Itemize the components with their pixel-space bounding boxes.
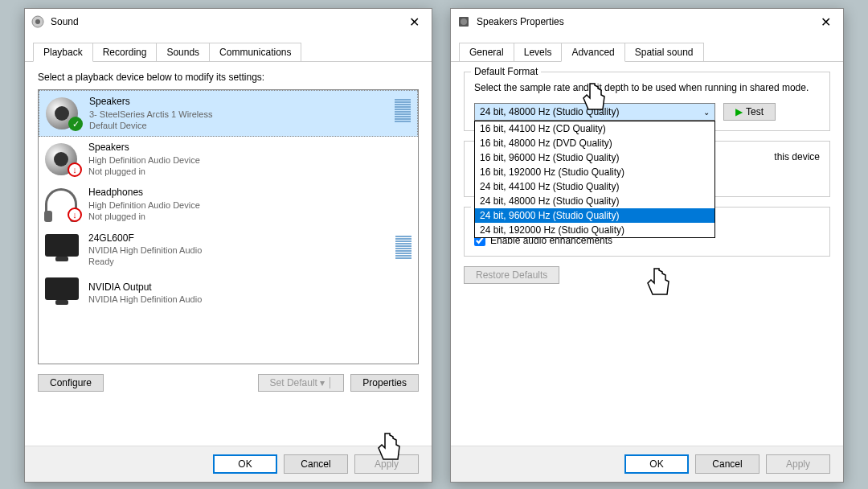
tab-advanced[interactable]: Advanced <box>561 43 624 62</box>
properties-titlebar: Speakers Properties ✕ <box>451 9 843 35</box>
sound-tabs: Playback Recording Sounds Communications <box>25 35 432 62</box>
chevron-down-icon: ▾ <box>320 377 325 388</box>
chevron-down-icon: ⌄ <box>703 108 710 117</box>
properties-title: Speakers Properties <box>477 16 814 27</box>
tab-communications[interactable]: Communications <box>209 43 301 61</box>
tab-playback[interactable]: Playback <box>33 43 93 62</box>
device-speakers-default[interactable]: ✓ Speakers 3- SteelSeries Arctis 1 Wirel… <box>39 90 418 137</box>
tab-recording[interactable]: Recording <box>92 43 158 61</box>
apply-button[interactable]: Apply <box>766 454 830 474</box>
sound-window: Sound ✕ Playback Recording Sounds Commun… <box>24 8 432 483</box>
default-format-group: Default Format Select the sample rate an… <box>464 72 830 131</box>
properties-button[interactable]: Properties <box>350 374 419 392</box>
device-headphones[interactable]: ↓ Headphones High Definition Audio Devic… <box>39 182 418 227</box>
format-option[interactable]: 16 bit, 96000 Hz (Studio Quality) <box>475 150 714 165</box>
tab-spatial-sound[interactable]: Spatial sound <box>624 43 704 61</box>
device-monitor[interactable]: 24GL600F NVIDIA High Definition Audio Re… <box>39 228 418 273</box>
format-option[interactable]: 24 bit, 192000 Hz (Studio Quality) <box>475 223 714 237</box>
device-list[interactable]: ✓ Speakers 3- SteelSeries Arctis 1 Wirel… <box>38 89 419 364</box>
sound-content: Select a playback device below to modify… <box>25 62 432 401</box>
ok-button[interactable]: OK <box>213 454 277 474</box>
device-status: Default Device <box>89 120 387 131</box>
format-option[interactable]: 16 bit, 192000 Hz (Studio Quality) <box>475 165 714 179</box>
headphone-icon: ↓ <box>45 188 80 220</box>
default-format-text: Select the sample rate and bit depth to … <box>474 82 820 93</box>
close-button[interactable]: ✕ <box>403 10 425 33</box>
speakers-properties-window: Speakers Properties ✕ General Levels Adv… <box>450 8 844 483</box>
properties-footer: OK Cancel Apply <box>451 446 843 482</box>
sound-title: Sound <box>51 16 403 27</box>
play-icon: ▶ <box>735 106 743 117</box>
svg-point-3 <box>461 18 467 25</box>
tab-sounds[interactable]: Sounds <box>156 43 210 61</box>
sound-footer: OK Cancel Apply <box>25 446 432 482</box>
format-selected: 24 bit, 48000 Hz (Studio Quality) <box>480 106 619 117</box>
ok-button[interactable]: OK <box>624 454 689 474</box>
properties-tabs: General Levels Advanced Spatial sound <box>451 35 843 62</box>
speaker-icon <box>457 15 470 28</box>
device-speakers-hd[interactable]: ↓ Speakers High Definition Audio Device … <box>39 137 418 182</box>
apply-button[interactable]: Apply <box>354 454 419 474</box>
device-sub: 3- SteelSeries Arctis 1 Wireless <box>89 109 387 120</box>
close-button[interactable]: ✕ <box>814 10 837 33</box>
cancel-button[interactable]: Cancel <box>695 454 760 474</box>
restore-defaults-button[interactable]: Restore Defaults <box>464 266 559 284</box>
properties-content: Default Format Select the sample rate an… <box>451 62 843 294</box>
level-meter <box>395 99 411 128</box>
format-option[interactable]: 16 bit, 44100 Hz (CD Quality) <box>475 121 714 136</box>
monitor-icon <box>45 234 80 266</box>
device-nvidia-output[interactable]: NVIDIA Output NVIDIA High Definition Aud… <box>39 273 418 314</box>
device-button-row: Configure Set Default ▾ Properties <box>38 374 419 392</box>
format-dropdown-list[interactable]: 16 bit, 44100 Hz (CD Quality) 16 bit, 48… <box>474 121 715 238</box>
level-meter <box>395 236 411 265</box>
device-name: Speakers <box>89 96 387 109</box>
default-format-legend: Default Format <box>471 66 541 77</box>
tab-levels[interactable]: Levels <box>514 43 563 61</box>
format-option[interactable]: 24 bit, 44100 Hz (Studio Quality) <box>475 179 714 194</box>
format-dropdown[interactable]: 24 bit, 48000 Hz (Studio Quality) ⌄ <box>474 103 715 121</box>
format-option[interactable]: 24 bit, 48000 Hz (Studio Quality) <box>475 194 714 208</box>
monitor-icon <box>45 277 80 310</box>
speaker-icon: ↓ <box>45 143 80 175</box>
svg-point-1 <box>35 19 40 24</box>
playback-instruction: Select a playback device below to modify… <box>38 72 419 83</box>
sound-titlebar: Sound ✕ <box>25 9 432 35</box>
format-option[interactable]: 16 bit, 48000 Hz (DVD Quality) <box>475 136 714 150</box>
speaker-icon: ✓ <box>46 97 81 129</box>
test-button[interactable]: ▶ Test <box>723 103 776 121</box>
cancel-button[interactable]: Cancel <box>284 454 348 474</box>
sound-icon <box>31 15 44 28</box>
format-option-highlighted[interactable]: 24 bit, 96000 Hz (Studio Quality) <box>475 208 714 223</box>
configure-button[interactable]: Configure <box>38 374 104 392</box>
set-default-button[interactable]: Set Default ▾ <box>258 374 345 392</box>
tab-general[interactable]: General <box>459 43 514 61</box>
